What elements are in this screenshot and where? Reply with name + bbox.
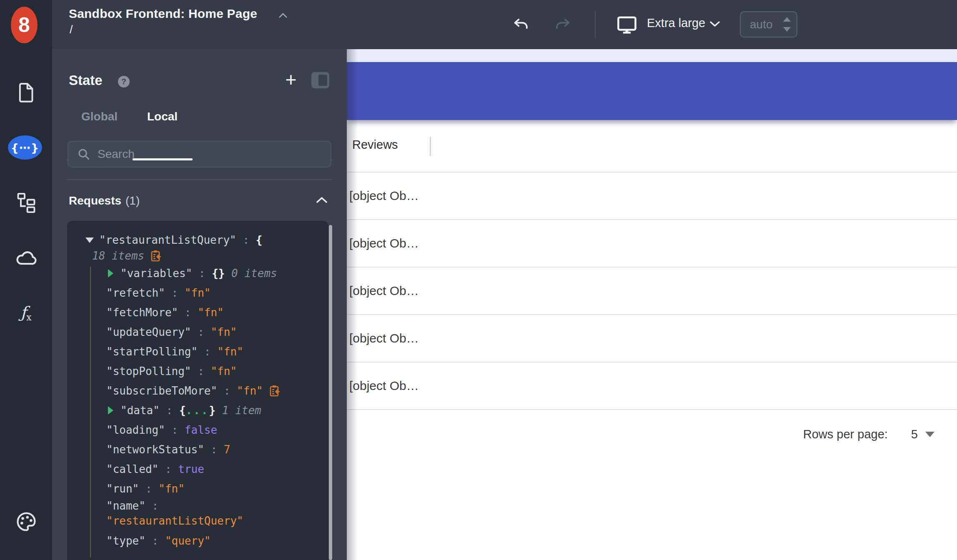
table-row[interactable]: [object Ob… — [347, 315, 957, 362]
state-search[interactable] — [68, 141, 331, 168]
tree-row: "fetchMore" : "fn" — [67, 302, 328, 322]
panel-title: State — [69, 72, 103, 88]
json-value: "fn" — [198, 306, 224, 319]
json-colon: : — [178, 306, 198, 319]
json-key: "data" — [120, 404, 160, 417]
json-value: "fn" — [210, 326, 237, 338]
theme-palette-icon[interactable] — [0, 509, 52, 534]
json-key: "called" — [106, 463, 158, 475]
zoom-value: auto — [750, 12, 773, 37]
expand-arrow-icon[interactable] — [108, 269, 113, 278]
app-logo[interactable]: 8 — [11, 7, 38, 43]
page-size-dropdown-icon[interactable] — [925, 432, 934, 437]
json-value: "query" — [165, 535, 211, 547]
page-background-strip — [347, 49, 957, 62]
json-key: "fetchMore" — [106, 306, 178, 319]
chevron-down-icon[interactable] — [709, 21, 720, 29]
tree-row: "data" : {...} 1 item — [67, 400, 328, 420]
tree-root-row: "restaurantListQuery" : { — [67, 232, 328, 248]
zoom-stepper[interactable]: auto — [740, 11, 797, 38]
tree-row: "run" : "fn" — [67, 479, 328, 498]
screen-size-selector[interactable]: Extra large — [647, 16, 705, 30]
cell-text: [object Ob… — [347, 189, 419, 203]
json-key: "subscribeToMore" — [106, 385, 217, 397]
json-value: "fn" — [185, 287, 211, 299]
page-title[interactable]: Sandbox Frontend: Home Page — [69, 7, 257, 21]
tab-global[interactable]: Global — [81, 109, 118, 124]
chevron-up-icon[interactable] — [316, 196, 328, 206]
tree-row: "stopPolling" : "fn" — [67, 361, 328, 381]
state-panel: State ? + Global Local Requests (1) "res… — [52, 49, 347, 560]
json-key: "type" — [106, 535, 145, 547]
left-icon-rail: 8 {⋯} ƒx — [0, 0, 52, 560]
tab-divider — [430, 137, 431, 156]
monitor-icon[interactable] — [617, 16, 637, 36]
tree-row: "refetch" : "fn" — [67, 283, 328, 302]
json-colon: : — [139, 482, 158, 495]
cell-text: [object Ob… — [347, 236, 419, 250]
copy-to-clipboard-icon[interactable] — [150, 250, 161, 262]
expand-arrow-icon[interactable] — [108, 406, 113, 415]
json-colon: : — [217, 385, 237, 397]
hero-banner[interactable] — [347, 62, 957, 120]
table-row[interactable]: [object Ob… — [347, 362, 957, 410]
requests-section-header[interactable]: Requests (1) — [69, 192, 331, 209]
table-row[interactable]: [object Ob… — [347, 268, 957, 315]
tab-reviews[interactable]: Reviews — [352, 138, 398, 152]
cell-text: [object Ob… — [347, 379, 419, 393]
scrollbar-thumb[interactable] — [329, 225, 332, 560]
route-path: / — [70, 23, 73, 36]
tree-row: "type" : "query" — [67, 531, 328, 550]
json-value: "fn" — [217, 345, 243, 358]
redo-button[interactable] — [554, 15, 572, 34]
json-key: "stopPolling" — [106, 365, 191, 378]
json-value: } — [209, 404, 216, 417]
stepper-down-icon[interactable] — [783, 27, 791, 32]
undo-button[interactable] — [512, 15, 530, 34]
item-count: 1 item — [215, 404, 261, 417]
json-key: "startPolling" — [106, 345, 198, 358]
components-tree-icon[interactable] — [0, 190, 52, 215]
json-value: "fn" — [210, 365, 237, 378]
search-input[interactable] — [97, 147, 315, 161]
tree-row: "startPolling" : "fn" — [67, 342, 328, 361]
preview-canvas: Reviews [object Ob…[object Ob…[object Ob… — [347, 49, 957, 560]
state-braces-icon[interactable]: {⋯} — [8, 135, 42, 160]
pagination-bar: Rows per page: 5 — [347, 409, 957, 459]
app-builder-window: Sandbox Frontend: Home Page / Ext — [0, 0, 957, 560]
table-row[interactable]: [object Ob… — [347, 172, 957, 220]
json-value: {} — [212, 267, 225, 280]
add-state-button[interactable]: + — [280, 68, 302, 91]
rows-per-page-label: Rows per page: — [803, 428, 888, 441]
json-key: "loading" — [106, 424, 165, 436]
stepper-up-icon[interactable] — [783, 17, 791, 22]
json-colon: : — [165, 287, 185, 299]
copy-to-clipboard-icon[interactable] — [269, 385, 280, 397]
help-icon[interactable]: ? — [118, 76, 130, 88]
json-value: "fn" — [158, 482, 185, 495]
chevron-up-icon[interactable] — [278, 12, 288, 20]
json-colon: : — [145, 500, 158, 512]
page-size-value[interactable]: 5 — [911, 428, 918, 441]
search-icon — [78, 148, 90, 160]
json-key: "updateQuery" — [106, 326, 191, 338]
cloud-icon[interactable] — [0, 245, 52, 270]
collapse-arrow-icon[interactable] — [85, 238, 94, 243]
table-row[interactable]: [object Ob… — [347, 220, 957, 268]
pages-icon[interactable] — [0, 80, 52, 105]
table-header-area: Reviews — [347, 120, 957, 172]
json-colon: : — [198, 345, 217, 358]
json-key: "name" — [106, 500, 145, 512]
item-count: 0 items — [225, 267, 277, 280]
functions-icon[interactable]: ƒx — [0, 300, 52, 325]
json-colon: : — [165, 424, 185, 436]
tab-local[interactable]: Local — [147, 109, 178, 124]
json-key: "refetch" — [106, 287, 165, 299]
tree-root-meta: 18 items — [67, 248, 328, 263]
json-tree: "restaurantListQuery" : {18 items"variab… — [67, 232, 328, 550]
tree-row: "updateQuery" : "fn" — [67, 322, 328, 342]
collapse-panel-icon[interactable] — [311, 72, 329, 88]
item-count: 18 items — [92, 250, 144, 262]
tree-row: "name" :"restaurantListQuery" — [67, 498, 328, 531]
json-value-dots: ... — [186, 404, 209, 417]
